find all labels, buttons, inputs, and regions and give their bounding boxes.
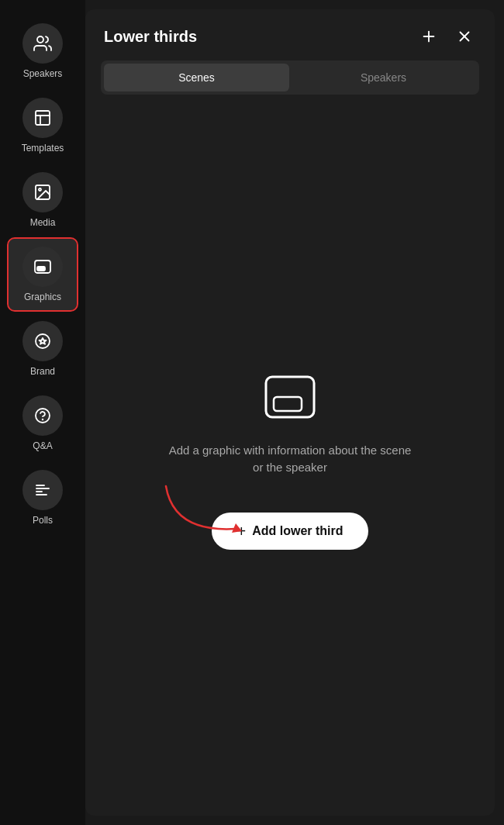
media-icon-circle (22, 172, 63, 212)
sidebar-item-media[interactable]: Media (9, 164, 77, 236)
graphics-icon (33, 257, 52, 276)
tab-speakers[interactable]: Speakers (291, 64, 476, 91)
sidebar-item-label-brand: Brand (30, 366, 55, 377)
templates-icon (33, 109, 52, 127)
polls-icon-circle (22, 470, 63, 510)
templates-icon-circle (22, 98, 63, 138)
brand-icon (33, 332, 52, 350)
arrow-decoration (158, 478, 267, 540)
svg-rect-1 (36, 111, 50, 125)
add-button[interactable] (417, 25, 440, 48)
panel-header: Lower thirds (85, 9, 495, 60)
sidebar-item-label-polls: Polls (33, 515, 53, 526)
qa-icon-circle (22, 395, 63, 436)
sidebar-item-qa[interactable]: Q&A (9, 388, 77, 459)
svg-point-6 (36, 334, 50, 348)
tabs-container: Scenes Speakers (101, 60, 479, 95)
speakers-icon-circle (22, 23, 63, 64)
empty-state-text: Add a graphic with information about the… (166, 442, 414, 477)
brand-icon-circle (22, 321, 63, 361)
graphics-icon-circle (22, 247, 63, 287)
header-actions (417, 25, 476, 48)
sidebar-item-label-graphics: Graphics (24, 292, 61, 302)
svg-point-7 (36, 409, 50, 423)
sidebar-item-speakers[interactable]: Speakers (9, 16, 77, 87)
speakers-icon (33, 34, 52, 53)
svg-rect-5 (37, 267, 45, 271)
sidebar-item-templates[interactable]: Templates (9, 90, 77, 161)
polls-icon (33, 481, 52, 499)
svg-rect-18 (274, 397, 302, 411)
tab-scenes[interactable]: Scenes (104, 64, 289, 91)
main-panel: Lower thirds Scenes Speakers (85, 9, 495, 816)
empty-state-icon (263, 374, 317, 420)
sidebar-item-label-qa: Q&A (33, 440, 52, 451)
sidebar-item-label-speakers: Speakers (23, 68, 63, 79)
qa-icon (33, 406, 52, 425)
sidebar-item-graphics[interactable]: Graphics (9, 239, 77, 310)
svg-point-0 (37, 36, 43, 43)
content-area: Add a graphic with information about the… (85, 107, 495, 816)
close-button[interactable] (453, 25, 476, 48)
svg-point-3 (39, 188, 41, 191)
sidebar-item-brand[interactable]: Brand (9, 313, 77, 385)
sidebar-item-polls[interactable]: Polls (9, 462, 77, 533)
media-icon (33, 183, 52, 202)
sidebar-item-label-templates: Templates (22, 143, 64, 154)
sidebar: Speakers Templates Media (0, 0, 85, 825)
panel-title: Lower thirds (104, 28, 197, 46)
sidebar-item-label-media: Media (30, 217, 56, 228)
